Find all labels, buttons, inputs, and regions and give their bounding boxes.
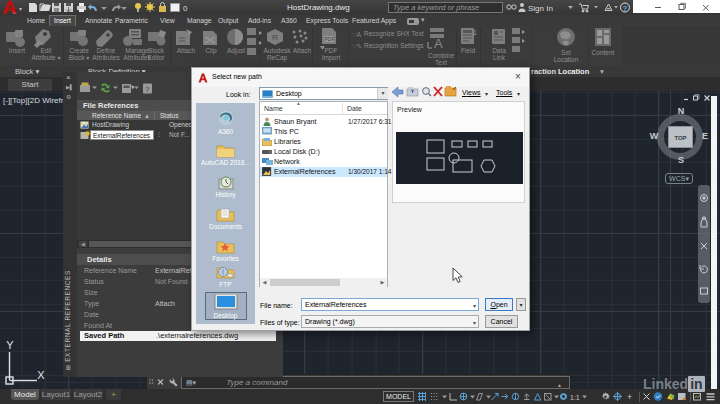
svg-text:?: ? [623,4,628,13]
svg-text:+: + [627,392,632,402]
svg-text:1:1: 1:1 [570,394,580,401]
svg-text:X: X [37,369,45,381]
svg-text:Sign In: Sign In [528,4,553,13]
svg-text:0: 0 [183,4,188,13]
svg-text:?: ? [145,85,150,94]
svg-text:Y: Y [6,339,14,351]
